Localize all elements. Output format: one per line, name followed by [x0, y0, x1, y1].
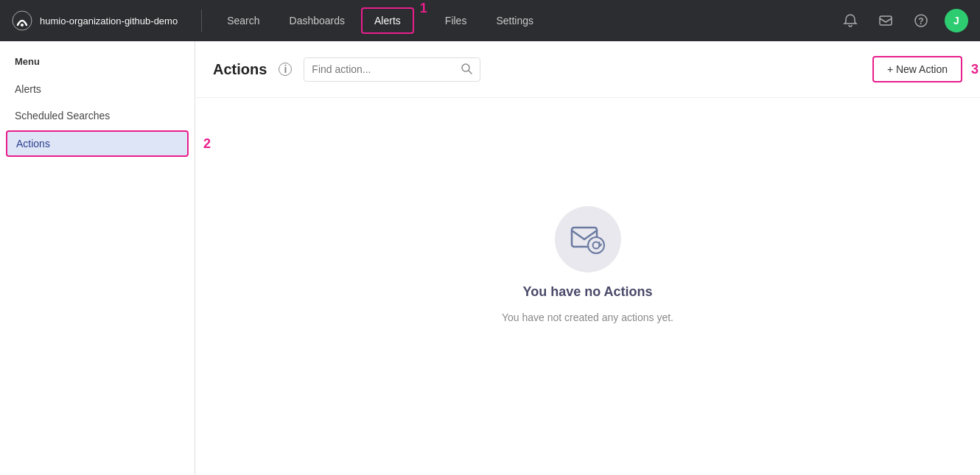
nav-alerts[interactable]: Alerts [361, 7, 414, 34]
annotation-3: 3 [971, 63, 979, 76]
empty-state-subtitle: You have not created any actions yet. [502, 312, 673, 323]
topnav: humio-organization-github-demo Search Da… [0, 0, 980, 41]
info-icon[interactable]: i [279, 63, 292, 76]
search-input[interactable] [312, 63, 455, 75]
layout: Menu Alerts Scheduled Searches Actions 2… [0, 41, 980, 475]
sidebar: Menu Alerts Scheduled Searches Actions 2 [0, 41, 195, 475]
email-action-icon [570, 225, 606, 254]
sidebar-item-scheduled-searches[interactable]: Scheduled Searches [0, 102, 195, 129]
logo-area[interactable]: humio-organization-github-demo [12, 10, 189, 31]
svg-text:?: ? [918, 16, 923, 27]
main-header: Actions i + New Action 3 [195, 41, 980, 98]
search-box [304, 57, 480, 82]
nav-settings[interactable]: Settings [483, 7, 547, 34]
svg-line-6 [469, 71, 472, 74]
empty-state-title: You have no Actions [522, 284, 652, 300]
empty-state-icon-circle [555, 206, 621, 272]
sidebar-menu-label: Menu [0, 56, 195, 76]
help-icon[interactable]: ? [909, 9, 933, 32]
svg-rect-2 [880, 16, 892, 25]
nav-links: Search Dashboards Alerts 1 Files Setting… [214, 7, 839, 34]
humio-logo-icon [12, 10, 32, 31]
annotation-1: 1 [420, 1, 427, 15]
messages-icon[interactable] [874, 9, 897, 32]
page-title: Actions [213, 61, 267, 78]
empty-state: You have no Actions You have not created… [195, 98, 980, 475]
nav-files[interactable]: Files [432, 7, 480, 34]
nav-dashboards[interactable]: Dashboards [276, 7, 359, 34]
sidebar-item-alerts[interactable]: Alerts [0, 76, 195, 102]
org-name: humio-organization-github-demo [40, 15, 178, 27]
new-action-button[interactable]: + New Action [872, 56, 962, 82]
svg-point-8 [588, 237, 604, 253]
topnav-right: ? J [839, 9, 968, 32]
sidebar-item-actions[interactable]: Actions [6, 130, 189, 157]
nav-divider [201, 10, 202, 32]
user-avatar[interactable]: J [945, 9, 968, 32]
svg-point-1 [21, 24, 24, 27]
main-content: Actions i + New Action 3 [195, 41, 980, 475]
search-icon [461, 63, 472, 77]
annotation-2: 2 [203, 137, 211, 150]
nav-search[interactable]: Search [214, 7, 273, 34]
notifications-icon[interactable] [839, 9, 862, 32]
